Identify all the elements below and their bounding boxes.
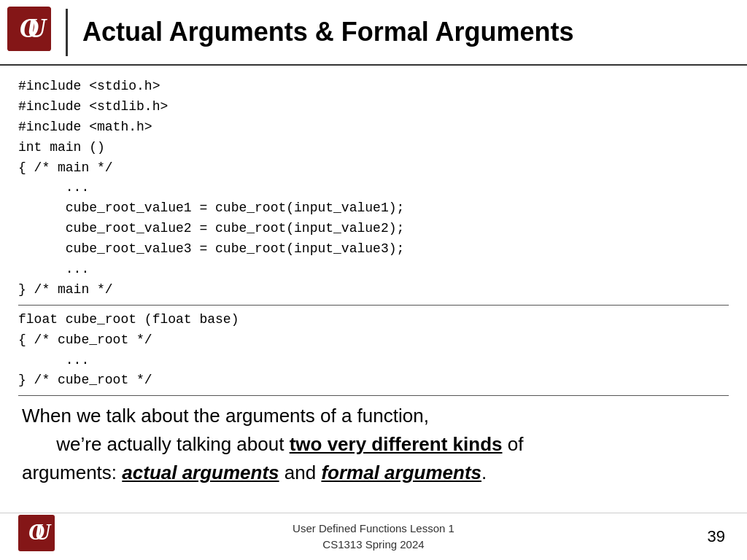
header-logo-container: O U O U [7,7,58,58]
code-divider-1 [18,305,729,306]
slide-header: O U O U Actual Arguments & Formal Argume… [0,0,747,66]
code-section-2: float cube_root (float base) { /* cube_r… [18,310,729,392]
desc-italic-1: actual arguments [122,462,279,483]
footer-line2: CS1313 Spring 2024 [293,537,454,553]
code-pre-1: #include <stdio.h> #include <stdlib.h> #… [18,77,729,300]
header-divider [66,9,68,56]
slide-title: Actual Arguments & Formal Arguments [82,17,573,47]
desc-text-3: of [502,433,523,455]
desc-text-6: . [481,462,487,483]
desc-text-2: we’re actually talking about [56,433,289,455]
slide-content: #include <stdio.h> #include <stdlib.h> #… [0,66,747,494]
code-section-1: #include <stdio.h> #include <stdlib.h> #… [18,77,729,300]
desc-bold-underline: two very different kinds [290,433,503,455]
svg-text:U: U [26,13,47,43]
desc-italic-2: formal arguments [321,462,481,483]
ou-logo-svg: O U [7,7,51,51]
page-number: 39 [708,527,725,546]
ou-logo-footer: O U [18,515,55,551]
slide-footer: O U User Defined Functions Lesson 1 CS13… [0,513,747,560]
footer-logo: O U [18,515,55,554]
desc-text-5: and [279,462,322,483]
code-divider-2 [18,395,729,396]
code-pre-2: float cube_root (float base) { /* cube_r… [18,310,729,392]
description-block: When we talk about the arguments of a fu… [18,402,729,487]
desc-text-4: arguments: [22,462,122,483]
desc-text-1: When we talk about the arguments of a fu… [22,405,429,427]
svg-text:U: U [34,519,52,545]
footer-line1: User Defined Functions Lesson 1 [293,521,454,537]
footer-text-block: User Defined Functions Lesson 1 CS1313 S… [293,521,454,553]
